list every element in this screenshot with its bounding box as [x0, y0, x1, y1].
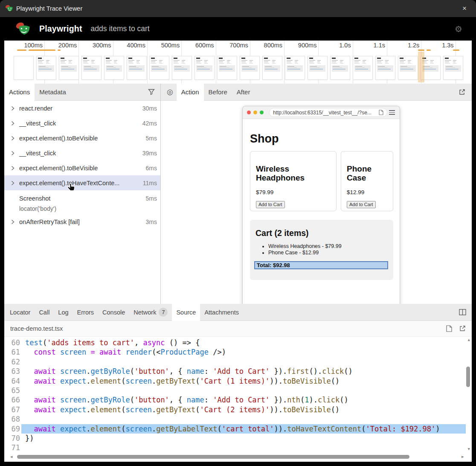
copy-url-icon[interactable]	[379, 110, 383, 115]
horizontal-scrollbar-thumb[interactable]	[17, 455, 409, 459]
code-line: 66 await screen.getByRole('button', { na…	[4, 395, 472, 405]
timeline-thumbnail[interactable]	[375, 56, 395, 80]
action-duration: 42ms	[142, 120, 157, 127]
timeline-thumbnail[interactable]	[81, 56, 102, 80]
traffic-light-dot	[260, 111, 264, 114]
action-row[interactable]: expect.element().toBeVisible6ms	[4, 160, 160, 175]
action-row[interactable]: onAfterRetryTask [fail]3ms	[4, 214, 160, 229]
source-code[interactable]: 60test('adds items to cart', async () =>…	[4, 337, 472, 462]
code-line: 63 await screen.getByRole('button', { na…	[4, 367, 472, 376]
expand-chevron-icon[interactable]	[11, 181, 15, 186]
timeline-label: 1.0s	[321, 42, 351, 49]
open-external-icon[interactable]	[459, 325, 466, 332]
tab-log[interactable]: Log	[54, 304, 73, 321]
tab-locator[interactable]: Locator	[6, 304, 35, 321]
code-line: 69 await expect.element(screen.getByLabe…	[4, 424, 472, 434]
line-number: 71	[4, 443, 21, 452]
add-to-cart-button[interactable]: Add to Cart	[256, 201, 285, 208]
settings-gear-icon[interactable]: ⚙	[455, 24, 462, 34]
playwright-trace-viewer-window: Playwright Trace Viewer × Playwright add…	[0, 0, 476, 466]
timeline-label: 800ms	[252, 42, 282, 49]
timeline-thumbnail[interactable]	[262, 56, 282, 80]
timeline-filmstrip[interactable]	[14, 56, 463, 81]
timeline-label: 1.1s	[355, 42, 385, 49]
timeline-thumbnail[interactable]	[398, 56, 418, 80]
action-row[interactable]: __vitest_click39ms	[4, 146, 160, 160]
timeline-thumbnail[interactable]	[443, 56, 463, 80]
expand-chevron-icon[interactable]	[11, 121, 15, 126]
timeline-thumbnail[interactable]	[149, 56, 169, 80]
timeline-thumbnail[interactable]	[217, 56, 237, 80]
action-duration: 30ms	[142, 105, 157, 112]
product-name: Phone Case	[347, 164, 387, 183]
timeline-thumbnail[interactable]	[59, 56, 79, 80]
cart-section: Cart (2 items) Wireless Headphones - $79…	[250, 220, 393, 280]
timeline-thumbnail[interactable]	[104, 56, 124, 80]
timeline-activity-bar	[453, 50, 459, 51]
address-bar[interactable]: http://localhost:63315/__vitest_test__/?…	[269, 108, 387, 117]
tab-source[interactable]: Source	[172, 304, 200, 321]
timeline-thumbnail[interactable]	[194, 56, 215, 80]
action-row[interactable]: expect.element().toBeVisible5ms	[4, 131, 160, 146]
layout-columns-icon[interactable]	[459, 309, 466, 315]
timeline-thumbnail[interactable]	[36, 56, 56, 80]
tab-after[interactable]: After	[232, 84, 255, 101]
action-name: expect.element().toBeVisible	[19, 165, 98, 172]
close-icon[interactable]: ×	[462, 4, 467, 13]
expand-chevron-icon[interactable]	[11, 166, 15, 171]
code-line: 61 const screen = await render(<ProductP…	[4, 347, 472, 357]
timeline-thumbnail[interactable]	[127, 56, 147, 80]
product-name: Wireless Headphones	[256, 164, 331, 183]
window-titlebar: Playwright Trace Viewer ×	[0, 0, 476, 17]
tab-errors[interactable]: Errors	[73, 304, 98, 321]
expand-chevron-icon[interactable]	[11, 151, 15, 156]
timeline[interactable]: 100ms200ms300ms400ms500ms600ms700ms800ms…	[4, 41, 472, 84]
scroll-down-arrow[interactable]: ▼	[468, 447, 470, 451]
open-snapshot-external-icon[interactable]	[459, 88, 466, 96]
product-price: $12.99	[347, 189, 387, 195]
tab-call[interactable]: Call	[35, 304, 54, 321]
timeline-thumbnail[interactable]	[330, 56, 350, 80]
tab-network[interactable]: Network7	[129, 304, 172, 321]
expand-chevron-icon[interactable]	[11, 106, 15, 111]
copy-source-icon[interactable]	[446, 325, 452, 332]
action-locator: locator('body')	[19, 205, 160, 212]
timeline-thumbnail[interactable]	[240, 56, 260, 80]
action-row[interactable]: Screenshot5mslocator('body')	[4, 190, 160, 214]
pick-locator-icon[interactable]: ◎	[167, 87, 173, 96]
timeline-thumbnail[interactable]	[172, 56, 192, 80]
test-title: adds items to cart	[91, 24, 150, 33]
line-number: 66	[4, 395, 21, 405]
tab-action[interactable]: Action	[177, 84, 204, 101]
expand-chevron-icon[interactable]	[11, 136, 15, 141]
action-row[interactable]: expect.element().toHaveTextConte...11ms	[4, 175, 160, 190]
actions-tabbar: ActionsMetadata	[4, 84, 160, 101]
tab-before[interactable]: Before	[204, 84, 232, 101]
timeline-current-position[interactable]	[418, 52, 424, 82]
tab-console[interactable]: Console	[98, 304, 129, 321]
filter-icon[interactable]	[148, 89, 155, 95]
menu-icon[interactable]	[389, 110, 395, 115]
timeline-label: 300ms	[81, 42, 111, 49]
expand-chevron-icon[interactable]	[11, 219, 15, 224]
timeline-thumbnail[interactable]	[14, 56, 34, 80]
scroll-left-arrow[interactable]: ◀	[10, 454, 12, 459]
timeline-thumbnail[interactable]	[308, 56, 328, 80]
tab-attachments[interactable]: Attachments	[200, 304, 243, 321]
tab-label: Attachments	[204, 304, 239, 321]
action-row[interactable]: react.render30ms	[4, 101, 160, 116]
source-filebar: trace-demo.test.tsx	[4, 321, 472, 337]
scroll-right-arrow[interactable]: ▶	[461, 454, 464, 459]
scroll-up-arrow[interactable]: ▲	[468, 338, 470, 342]
line-number: 62	[4, 357, 21, 367]
product-card: Phone Case$12.99Add to Cart	[341, 151, 393, 211]
traffic-light-dot	[247, 111, 251, 114]
timeline-thumbnail[interactable]	[285, 56, 305, 80]
action-row[interactable]: __vitest_click42ms	[4, 116, 160, 131]
tab-metadata[interactable]: Metadata	[35, 84, 71, 101]
vertical-scrollbar-thumb[interactable]	[466, 367, 470, 387]
timeline-thumbnail[interactable]	[353, 56, 373, 80]
tab-actions[interactable]: Actions	[4, 84, 35, 101]
product-card: Wireless Headphones$79.99Add to Cart	[250, 151, 337, 211]
add-to-cart-button[interactable]: Add to Cart	[347, 201, 376, 208]
